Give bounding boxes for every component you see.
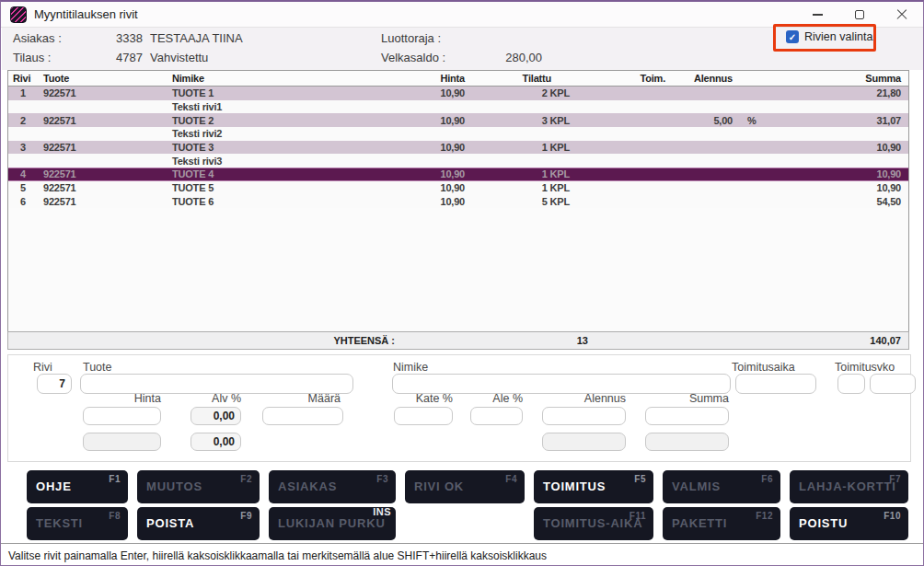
cell-tilattu: 2 KPL bbox=[470, 87, 574, 98]
cell-rivi: 1 bbox=[8, 87, 38, 98]
cell-nimike: TUOTE 1 bbox=[172, 87, 402, 98]
alennus-field[interactable] bbox=[542, 407, 626, 425]
cell-tilattu: 1 KPL bbox=[470, 142, 574, 153]
cell-nimike: TUOTE 6 bbox=[172, 196, 402, 207]
order-status: Vahvistettu bbox=[150, 51, 208, 64]
debt-value: 280,00 bbox=[480, 51, 542, 64]
button-fkey-label: F5 bbox=[634, 474, 646, 484]
button-label: POISTU bbox=[799, 517, 848, 530]
table-row[interactable]: Teksti rivi1 bbox=[8, 100, 908, 114]
button-poistu[interactable]: POISTUF10 bbox=[790, 507, 908, 540]
col-tuote: Tuote bbox=[38, 73, 172, 84]
toimitusvko-field-2[interactable] bbox=[870, 374, 916, 394]
button-label: LAHJA-KORTTI bbox=[799, 480, 896, 493]
row-select-checkbox[interactable]: ✓ bbox=[786, 30, 799, 43]
button-toimitus[interactable]: TOIMITUSF5 bbox=[534, 470, 653, 503]
total-quantity: 13 bbox=[542, 335, 588, 346]
table-row[interactable]: 4922571TUOTE 410,901 KPL10,90 bbox=[8, 167, 908, 181]
cell-nimike: TUOTE 4 bbox=[172, 168, 402, 179]
button-lukijan-purku[interactable]: LUKIJAN PURKUINS bbox=[269, 507, 396, 540]
button-fkey-label: F10 bbox=[884, 511, 901, 521]
tuote-field[interactable] bbox=[80, 374, 353, 394]
toimitusvko-field-1[interactable] bbox=[837, 374, 865, 394]
app-icon bbox=[10, 6, 27, 23]
table-row[interactable]: Teksti rivi3 bbox=[8, 154, 908, 167]
order-label: Tilaus : bbox=[13, 51, 51, 64]
button-row-1: OHJEF1MUUTOSF2ASIAKASF3RIVI OKF4TOIMITUS… bbox=[27, 470, 908, 503]
button-paketti[interactable]: PAKETTIF12 bbox=[663, 507, 780, 540]
summa-field[interactable] bbox=[645, 407, 729, 425]
table-row[interactable]: 6922571TUOTE 610,905 KPL54,50 bbox=[8, 195, 908, 209]
alv-label: Alv % bbox=[189, 392, 241, 405]
table-row[interactable]: 3922571TUOTE 310,901 KPL10,90 bbox=[8, 141, 908, 155]
kate-field[interactable] bbox=[394, 407, 453, 425]
button-asiakas[interactable]: ASIAKASF3 bbox=[269, 470, 396, 503]
table-row[interactable]: Teksti rivi2 bbox=[8, 127, 908, 141]
col-toim: Toim. bbox=[574, 73, 669, 84]
cell-tuote: 922571 bbox=[38, 182, 172, 193]
tuote-label: Tuote bbox=[83, 361, 112, 374]
table-row[interactable]: 5922571TUOTE 510,901 KPL10,90 bbox=[8, 181, 908, 195]
button-valmis[interactable]: VALMISF6 bbox=[663, 470, 780, 503]
table-header: Rivi Tuote Nimike Hinta Tilattu Toim. Al… bbox=[8, 71, 908, 87]
cell-summa: 31,07 bbox=[768, 115, 908, 126]
rivi-field[interactable] bbox=[37, 374, 72, 394]
toimitusaika-field[interactable] bbox=[735, 374, 816, 394]
button-label: OHJE bbox=[36, 480, 72, 493]
cell-nimike: TUOTE 2 bbox=[172, 115, 402, 126]
cell-nimike: Teksti rivi2 bbox=[172, 128, 402, 139]
total-bar: YHTEENSÄ : 13 140,07 bbox=[7, 331, 909, 350]
button-fkey-label: F6 bbox=[761, 474, 773, 484]
table-row[interactable]: 2922571TUOTE 210,903 KPL5,00%31,07 bbox=[8, 113, 908, 127]
toimitusaika-label: Toimitusaika bbox=[732, 361, 795, 374]
button-fkey-label: F1 bbox=[109, 474, 121, 484]
button-label: VALMIS bbox=[672, 480, 721, 493]
hinta-field-2[interactable] bbox=[83, 433, 161, 451]
nimike-field[interactable] bbox=[392, 374, 731, 394]
close-button[interactable] bbox=[881, 2, 923, 28]
col-summa: Summa bbox=[768, 73, 908, 84]
button-muutos[interactable]: MUUTOSF2 bbox=[137, 470, 260, 503]
cell-hinta: 10,90 bbox=[402, 115, 470, 126]
button-fkey-label: F9 bbox=[240, 511, 252, 521]
cell-tilattu: 5 KPL bbox=[470, 196, 574, 207]
total-sum: 140,07 bbox=[870, 335, 901, 346]
alv-field-2[interactable] bbox=[191, 433, 241, 451]
button-label: TEKSTI bbox=[36, 517, 83, 530]
button-rivi-ok[interactable]: RIVI OKF4 bbox=[405, 470, 525, 503]
cell-tilattu: 1 KPL bbox=[470, 182, 574, 193]
cell-rivi: 5 bbox=[8, 182, 38, 193]
maara-label: Määrä bbox=[262, 392, 341, 405]
button-label: ASIAKAS bbox=[278, 480, 337, 493]
alv-field[interactable] bbox=[191, 407, 241, 425]
button-label: POISTA bbox=[146, 517, 194, 530]
col-rivi: Rivi bbox=[8, 73, 38, 84]
cell-summa: 10,90 bbox=[768, 182, 908, 193]
button-ohje[interactable]: OHJEF1 bbox=[27, 470, 128, 503]
table-row[interactable]: 1922571TUOTE 110,902 KPL21,80 bbox=[8, 87, 908, 100]
button-fkey-label: F7 bbox=[889, 474, 901, 484]
button-poista[interactable]: POISTAF9 bbox=[137, 507, 260, 540]
status-text: Valitse rivit painamalla Enter, hiirellä… bbox=[8, 549, 547, 562]
button-lahja-kortti[interactable]: LAHJA-KORTTIF7 bbox=[790, 470, 908, 503]
cell-hinta: 10,90 bbox=[402, 196, 470, 207]
cell-summa: 54,50 bbox=[768, 196, 908, 207]
button-toimitus-aika[interactable]: TOIMITUS-AIKAF11 bbox=[534, 507, 653, 540]
rivi-label: Rivi bbox=[33, 361, 52, 374]
button-fkey-label: F8 bbox=[109, 511, 121, 521]
summa-label: Summa bbox=[645, 392, 729, 405]
nimike-label: Nimike bbox=[393, 361, 428, 374]
cell-nimike: Teksti rivi1 bbox=[172, 101, 402, 112]
button-teksti[interactable]: TEKSTIF8 bbox=[27, 507, 128, 540]
hinta-field[interactable] bbox=[83, 407, 161, 425]
cell-rivi: 3 bbox=[8, 142, 38, 153]
hinta-label: Hinta bbox=[82, 392, 161, 405]
maara-field[interactable] bbox=[262, 407, 343, 425]
ale-field[interactable] bbox=[470, 407, 523, 425]
alennus-field-2[interactable] bbox=[542, 433, 626, 451]
row-select-label[interactable]: Rivien valinta bbox=[804, 30, 872, 43]
alennus-label: Alennus bbox=[542, 392, 626, 405]
col-hinta: Hinta bbox=[402, 73, 470, 84]
summa-field-2[interactable] bbox=[645, 433, 729, 451]
cell-nimike: TUOTE 3 bbox=[172, 142, 402, 153]
